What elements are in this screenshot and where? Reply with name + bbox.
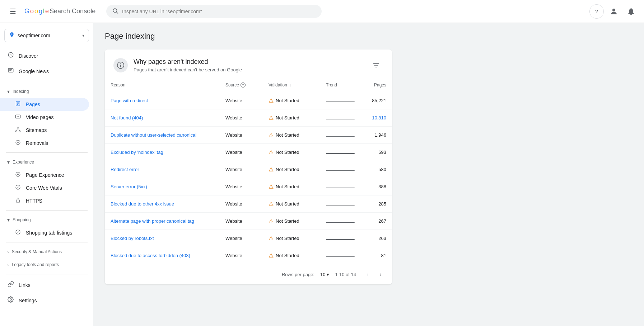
page-info: 1-10 of 14 <box>335 272 356 277</box>
topbar-actions: ? <box>589 4 638 19</box>
cell-pages: 580 <box>363 161 392 178</box>
sidebar-item-sitemaps[interactable]: Sitemaps <box>0 124 89 137</box>
experience-section-header[interactable]: ▾ Experience <box>0 156 93 169</box>
menu-button[interactable]: ☰ <box>6 4 20 19</box>
next-page-button[interactable]: › <box>375 269 386 280</box>
validation-value: Not Started <box>276 132 299 138</box>
sidebar-item-core-web-vitals[interactable]: Core Web Vitals <box>0 181 89 194</box>
layout: seoptimer.com ▾ Discover Google News ▾ I… <box>0 23 644 326</box>
cell-trend <box>320 230 363 247</box>
reason-link[interactable]: Redirect error <box>111 167 139 172</box>
reason-link[interactable]: Duplicate without user-selected canonica… <box>111 132 196 138</box>
cell-pages: 10,810 <box>363 109 392 127</box>
prev-page-button[interactable]: ‹ <box>362 269 373 280</box>
trend-line <box>326 188 355 188</box>
cell-pages: 81 <box>363 247 392 264</box>
svg-marker-13 <box>18 116 19 117</box>
search-input[interactable] <box>122 9 316 14</box>
reason-link[interactable]: Server error (5xx) <box>111 184 147 189</box>
reason-link[interactable]: Blocked by robots.txt <box>111 236 154 241</box>
reason-link[interactable]: Not found (404) <box>111 115 143 121</box>
cell-source: Website <box>220 178 263 195</box>
cell-validation: ⚠ Not Started <box>263 144 320 161</box>
source-help-icon[interactable]: ? <box>241 82 246 88</box>
property-selector[interactable]: seoptimer.com ▾ <box>4 29 89 42</box>
sidebar-item-google-news-label: Google News <box>19 68 49 74</box>
cell-reason: Excluded by 'noindex' tag <box>105 144 220 161</box>
shopping-section-label: Shopping <box>13 217 31 222</box>
sidebar-item-discover[interactable]: Discover <box>0 48 89 63</box>
reason-link[interactable]: Excluded by 'noindex' tag <box>111 150 163 155</box>
experience-section-label: Experience <box>13 160 34 165</box>
pages-value: 263 <box>378 236 386 241</box>
cell-validation: ⚠ Not Started <box>263 247 320 264</box>
hamburger-icon: ☰ <box>10 7 16 16</box>
pages-value: 10,810 <box>372 115 386 121</box>
search-icon <box>112 8 118 15</box>
validation-warning-icon: ⚠ <box>269 200 274 207</box>
security-section-header[interactable]: › Security & Manual Actions <box>0 245 93 258</box>
legacy-section-header[interactable]: › Legacy tools and reports <box>0 258 93 271</box>
main-content: Page indexing Why pages aren't indexed P… <box>93 23 644 326</box>
sidebar-item-shopping-tab[interactable]: Shopping tab listings <box>0 226 89 239</box>
cell-trend <box>320 92 363 109</box>
help-button[interactable]: ? <box>589 4 604 19</box>
sidebar-item-https[interactable]: HTTPS <box>0 194 89 207</box>
cell-source: Website <box>220 195 263 213</box>
rows-per-page-selector[interactable]: 10 ▾ <box>320 272 329 277</box>
indexing-chevron: ▾ <box>7 89 10 94</box>
sidebar-item-discover-label: Discover <box>19 53 38 59</box>
col-header-pages: Pages <box>363 78 392 92</box>
pages-value: 388 <box>378 184 386 189</box>
svg-point-31 <box>120 63 121 64</box>
sidebar-item-core-web-vitals-label: Core Web Vitals <box>26 185 62 191</box>
cell-reason: Page with redirect <box>105 92 220 109</box>
shopping-section-header[interactable]: ▾ Shopping <box>0 213 93 226</box>
source-value: Website <box>225 236 242 241</box>
sidebar-item-removals[interactable]: Removals <box>0 137 89 150</box>
sidebar-item-page-experience[interactable]: Page Experience <box>0 169 89 181</box>
reason-link[interactable]: Page with redirect <box>111 98 148 103</box>
prev-arrow-icon: ‹ <box>367 271 368 278</box>
svg-line-1 <box>116 12 118 13</box>
card-header: Why pages aren't indexed Pages that aren… <box>105 49 392 78</box>
cell-trend <box>320 144 363 161</box>
sidebar-item-sitemaps-label: Sitemaps <box>26 127 47 133</box>
sidebar: seoptimer.com ▾ Discover Google News ▾ I… <box>0 23 93 326</box>
links-icon <box>7 281 14 289</box>
table-row: Excluded by 'noindex' tag Website ⚠ Not … <box>105 144 392 161</box>
indexing-section-header[interactable]: ▾ Indexing <box>0 85 93 98</box>
pages-value: 267 <box>378 218 386 224</box>
sidebar-item-google-news[interactable]: Google News <box>0 63 89 79</box>
sidebar-item-links[interactable]: Links <box>0 277 89 293</box>
pages-value: 593 <box>378 150 386 155</box>
filter-button[interactable] <box>369 58 383 72</box>
page-title: Page indexing <box>105 32 633 41</box>
sidebar-item-settings[interactable]: Settings <box>0 293 89 308</box>
cell-validation: ⚠ Not Started <box>263 161 320 178</box>
cell-trend <box>320 213 363 230</box>
topbar-left: ☰ Google Search Console <box>6 4 99 19</box>
validation-warning-icon: ⚠ <box>269 235 274 242</box>
search-bar[interactable] <box>106 5 322 18</box>
sidebar-item-removals-label: Removals <box>26 140 48 146</box>
rows-per-page-value: 10 <box>320 272 325 277</box>
notification-button[interactable] <box>624 4 638 19</box>
table-row: Blocked by robots.txt Website ⚠ Not Star… <box>105 230 392 247</box>
cell-source: Website <box>220 109 263 127</box>
profile-button[interactable] <box>607 4 621 19</box>
sidebar-item-video-pages[interactable]: Video pages <box>0 111 89 124</box>
col-header-validation[interactable]: Validation ↓ <box>263 78 320 92</box>
removals-icon <box>14 140 22 147</box>
next-arrow-icon: › <box>379 271 381 278</box>
source-value: Website <box>225 184 242 189</box>
reason-link[interactable]: Blocked due to access forbidden (403) <box>111 253 190 258</box>
reason-link[interactable]: Alternate page with proper canonical tag <box>111 218 194 224</box>
sidebar-item-pages[interactable]: Pages <box>0 98 89 111</box>
logo-g2: g <box>39 8 42 15</box>
divider-1 <box>6 82 88 82</box>
trend-line <box>326 205 355 205</box>
svg-rect-14 <box>17 127 19 128</box>
reason-link[interactable]: Blocked due to other 4xx issue <box>111 201 174 207</box>
table-row: Redirect error Website ⚠ Not Started 580 <box>105 161 392 178</box>
